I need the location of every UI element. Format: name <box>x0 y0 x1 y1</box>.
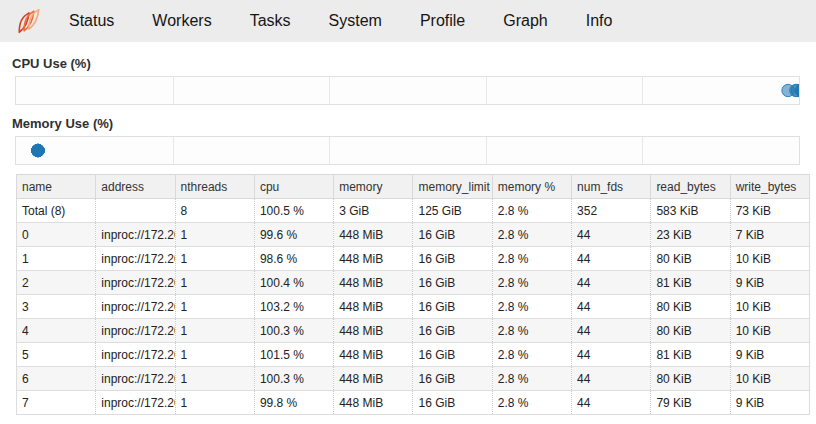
cell-memory[interactable]: 448 MiB <box>334 343 413 367</box>
cell-address[interactable]: inproc://172.20 <box>96 223 175 247</box>
cell-name[interactable]: Total (8) <box>17 199 96 223</box>
table-row-worker-6[interactable]: 6inproc://172.201100.3 %448 MiB16 GiB2.8… <box>17 367 810 391</box>
cell-nthreads[interactable]: 1 <box>175 343 254 367</box>
cell-memory-limit[interactable]: 125 GiB <box>413 199 492 223</box>
cell-memory[interactable]: 2.8 % <box>492 199 571 223</box>
cell-memory[interactable]: 2.8 % <box>492 295 571 319</box>
cell-memory[interactable]: 448 MiB <box>334 295 413 319</box>
cell-write-bytes[interactable]: 10 KiB <box>730 295 809 319</box>
cell-name[interactable]: 5 <box>17 343 96 367</box>
column-header-name[interactable]: name <box>17 175 96 199</box>
cell-nthreads[interactable]: 1 <box>175 391 254 415</box>
cell-name[interactable]: 6 <box>17 367 96 391</box>
cell-name[interactable]: 2 <box>17 271 96 295</box>
cell-address[interactable]: inproc://172.20 <box>96 343 175 367</box>
memory-use-plot[interactable] <box>15 136 800 165</box>
cell-num-fds[interactable]: 44 <box>572 247 651 271</box>
cell-cpu[interactable]: 99.8 % <box>254 391 333 415</box>
cell-read-bytes[interactable]: 79 KiB <box>651 391 730 415</box>
cell-address[interactable]: inproc://172.20 <box>96 391 175 415</box>
cell-write-bytes[interactable]: 10 KiB <box>730 319 809 343</box>
cell-write-bytes[interactable]: 10 KiB <box>730 367 809 391</box>
cell-name[interactable]: 3 <box>17 295 96 319</box>
cell-cpu[interactable]: 99.6 % <box>254 223 333 247</box>
cell-num-fds[interactable]: 44 <box>572 295 651 319</box>
cell-num-fds[interactable]: 44 <box>572 367 651 391</box>
nav-item-status[interactable]: Status <box>50 0 133 42</box>
table-row-total[interactable]: Total (8)8100.5 %3 GiB125 GiB2.8 %352583… <box>17 199 810 223</box>
cell-memory[interactable]: 2.8 % <box>492 391 571 415</box>
cell-memory[interactable]: 448 MiB <box>334 247 413 271</box>
nav-item-tasks[interactable]: Tasks <box>231 0 310 42</box>
table-row-worker-1[interactable]: 1inproc://172.20198.6 %448 MiB16 GiB2.8 … <box>17 247 810 271</box>
cell-nthreads[interactable]: 1 <box>175 295 254 319</box>
cell-memory[interactable]: 448 MiB <box>334 391 413 415</box>
cell-name[interactable]: 4 <box>17 319 96 343</box>
table-row-worker-0[interactable]: 0inproc://172.20199.6 %448 MiB16 GiB2.8 … <box>17 223 810 247</box>
table-row-worker-7[interactable]: 7inproc://172.20199.8 %448 MiB16 GiB2.8 … <box>17 391 810 415</box>
cell-memory[interactable]: 448 MiB <box>334 319 413 343</box>
cell-memory-limit[interactable]: 16 GiB <box>413 247 492 271</box>
cell-read-bytes[interactable]: 80 KiB <box>651 319 730 343</box>
cell-nthreads[interactable]: 8 <box>175 199 254 223</box>
cell-memory[interactable]: 2.8 % <box>492 247 571 271</box>
cell-write-bytes[interactable]: 73 KiB <box>730 199 809 223</box>
nav-item-profile[interactable]: Profile <box>401 0 484 42</box>
cell-memory[interactable]: 2.8 % <box>492 223 571 247</box>
cell-num-fds[interactable]: 44 <box>572 343 651 367</box>
cell-num-fds[interactable]: 44 <box>572 223 651 247</box>
cell-read-bytes[interactable]: 80 KiB <box>651 247 730 271</box>
column-header-address[interactable]: address <box>96 175 175 199</box>
cell-write-bytes[interactable]: 9 KiB <box>730 343 809 367</box>
cell-cpu[interactable]: 103.2 % <box>254 295 333 319</box>
cell-nthreads[interactable]: 1 <box>175 319 254 343</box>
cell-name[interactable]: 1 <box>17 247 96 271</box>
cell-nthreads[interactable]: 1 <box>175 247 254 271</box>
cell-num-fds[interactable]: 44 <box>572 391 651 415</box>
cell-memory[interactable]: 3 GiB <box>334 199 413 223</box>
nav-item-system[interactable]: System <box>310 0 401 42</box>
cell-address[interactable]: inproc://172.20 <box>96 319 175 343</box>
cell-write-bytes[interactable]: 7 KiB <box>730 223 809 247</box>
cell-memory[interactable]: 2.8 % <box>492 367 571 391</box>
cell-nthreads[interactable]: 1 <box>175 367 254 391</box>
cell-address[interactable] <box>96 199 175 223</box>
column-header-memory-limit[interactable]: memory_limit <box>413 175 492 199</box>
column-header-memory[interactable]: memory <box>334 175 413 199</box>
cell-num-fds[interactable]: 352 <box>572 199 651 223</box>
column-header-nthreads[interactable]: nthreads <box>175 175 254 199</box>
cell-memory-limit[interactable]: 16 GiB <box>413 391 492 415</box>
cell-memory-limit[interactable]: 16 GiB <box>413 367 492 391</box>
cell-nthreads[interactable]: 1 <box>175 223 254 247</box>
table-row-worker-4[interactable]: 4inproc://172.201100.3 %448 MiB16 GiB2.8… <box>17 319 810 343</box>
column-header-write-bytes[interactable]: write_bytes <box>730 175 809 199</box>
cell-memory-limit[interactable]: 16 GiB <box>413 319 492 343</box>
cell-read-bytes[interactable]: 80 KiB <box>651 295 730 319</box>
cell-memory[interactable]: 448 MiB <box>334 271 413 295</box>
cell-cpu[interactable]: 100.3 % <box>254 367 333 391</box>
table-row-worker-3[interactable]: 3inproc://172.201103.2 %448 MiB16 GiB2.8… <box>17 295 810 319</box>
cell-num-fds[interactable]: 44 <box>572 319 651 343</box>
cpu-use-plot[interactable] <box>15 76 800 105</box>
cell-memory[interactable]: 2.8 % <box>492 319 571 343</box>
column-header-memory[interactable]: memory % <box>492 175 571 199</box>
cell-address[interactable]: inproc://172.20 <box>96 247 175 271</box>
nav-item-graph[interactable]: Graph <box>484 0 566 42</box>
cell-address[interactable]: inproc://172.20 <box>96 295 175 319</box>
cell-memory[interactable]: 2.8 % <box>492 271 571 295</box>
cell-cpu[interactable]: 100.5 % <box>254 199 333 223</box>
cell-memory[interactable]: 448 MiB <box>334 367 413 391</box>
cell-cpu[interactable]: 101.5 % <box>254 343 333 367</box>
cell-memory-limit[interactable]: 16 GiB <box>413 295 492 319</box>
cell-name[interactable]: 0 <box>17 223 96 247</box>
cell-memory-limit[interactable]: 16 GiB <box>413 223 492 247</box>
cell-memory[interactable]: 448 MiB <box>334 223 413 247</box>
cell-nthreads[interactable]: 1 <box>175 271 254 295</box>
column-header-read-bytes[interactable]: read_bytes <box>651 175 730 199</box>
cell-read-bytes[interactable]: 81 KiB <box>651 271 730 295</box>
nav-item-info[interactable]: Info <box>567 0 632 42</box>
cell-cpu[interactable]: 100.4 % <box>254 271 333 295</box>
cell-num-fds[interactable]: 44 <box>572 271 651 295</box>
cell-cpu[interactable]: 98.6 % <box>254 247 333 271</box>
cell-read-bytes[interactable]: 81 KiB <box>651 343 730 367</box>
